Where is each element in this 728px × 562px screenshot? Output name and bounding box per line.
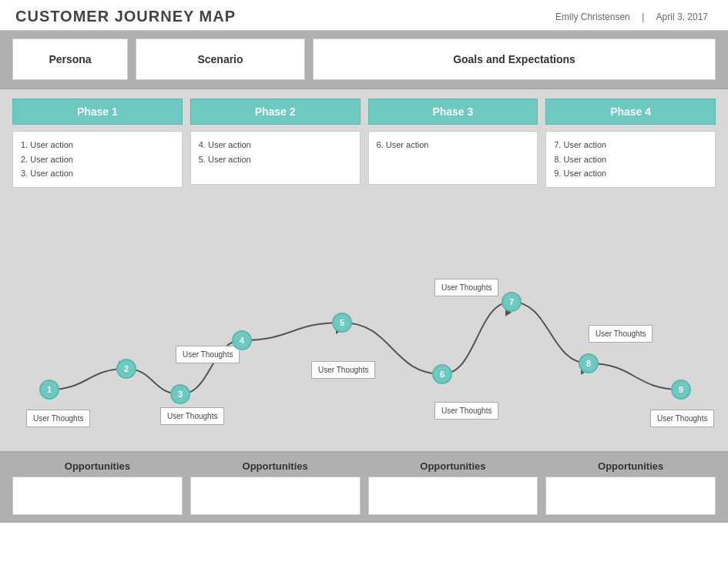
thought-bubble-7: User Thoughts	[589, 325, 653, 343]
phase-col-2: Phase 24. User action5. User action	[190, 99, 361, 188]
journey-section: Phase 11. User action2. User action3. Us…	[0, 89, 728, 451]
action-item: 1. User action	[21, 138, 174, 152]
phase-col-1: Phase 11. User action2. User action3. Us…	[12, 99, 183, 188]
journey-node-7: 7	[502, 292, 522, 312]
opportunity-label-2: Opportunities	[243, 460, 308, 472]
journey-node-3: 3	[170, 384, 190, 404]
journey-node-4: 4	[232, 330, 252, 350]
phase-col-4: Phase 47. User action8. User action9. Us…	[545, 99, 716, 188]
thought-bubble-5: User Thoughts	[434, 279, 498, 296]
journey-node-9: 9	[671, 380, 691, 400]
opportunity-col-2: Opportunities	[190, 460, 361, 515]
action-item: 8. User action	[554, 152, 707, 167]
opportunity-box-2	[190, 477, 361, 515]
phase-header-4: Phase 4	[545, 99, 716, 125]
opportunity-label-4: Opportunities	[598, 460, 663, 472]
action-item: 4. User action	[199, 138, 352, 152]
phases-row: Phase 11. User action2. User action3. Us…	[12, 99, 716, 188]
thought-bubble-3: User Thoughts	[160, 407, 224, 425]
phase-header-1: Phase 1	[12, 99, 183, 125]
thought-bubble-2: User Thoughts	[176, 346, 240, 363]
thought-bubble-4: User Thoughts	[311, 361, 375, 379]
phase-actions-2: 4. User action5. User action	[190, 131, 361, 185]
opportunity-label-3: Opportunities	[420, 460, 485, 472]
goals-label: Goals and Expectations	[453, 53, 575, 65]
header: CUSTOMER JOURNEY MAP Emily Christensen |…	[0, 0, 728, 31]
action-item: 7. User action	[554, 138, 707, 152]
action-item: 3. User action	[21, 166, 174, 181]
phase-actions-1: 1. User action2. User action3. User acti…	[12, 131, 183, 188]
top-section: Persona Scenario Goals and Expectations	[0, 31, 728, 89]
opportunity-box-4	[545, 477, 716, 515]
persona-card: Persona	[12, 38, 128, 80]
action-item: 2. User action	[21, 152, 174, 167]
date-label: April 3, 2017	[656, 12, 708, 22]
opportunity-col-3: Opportunities	[368, 460, 538, 515]
goals-card: Goals and Expectations	[313, 38, 716, 80]
persona-label: Persona	[49, 53, 91, 65]
author-name: Emily Christensen	[555, 12, 630, 22]
journey-node-2: 2	[116, 359, 136, 379]
journey-node-1: 1	[39, 380, 59, 400]
journey-path-svg	[12, 196, 716, 442]
opportunity-label-1: Opportunities	[65, 460, 130, 472]
bottom-section: OpportunitiesOpportunitiesOpportunitiesO…	[0, 451, 728, 523]
opportunity-box-3	[368, 477, 538, 515]
scenario-card: Scenario	[136, 38, 305, 80]
journey-graph: User ThoughtsUser ThoughtsUser ThoughtsU…	[12, 196, 716, 442]
journey-node-8: 8	[579, 353, 599, 373]
journey-node-5: 5	[332, 313, 352, 333]
phase-actions-4: 7. User action8. User action9. User acti…	[545, 131, 716, 188]
header-meta: Emily Christensen | April 3, 2017	[551, 12, 713, 22]
thought-bubble-1: User Thoughts	[26, 410, 90, 427]
thought-bubble-8: User Thoughts	[650, 410, 714, 427]
action-item: 5. User action	[199, 152, 352, 167]
action-item: 6. User action	[377, 138, 530, 152]
phase-header-2: Phase 2	[190, 99, 361, 125]
phase-header-3: Phase 3	[368, 99, 538, 125]
opportunity-box-1	[12, 477, 183, 515]
scenario-label: Scenario	[197, 53, 243, 65]
thought-bubble-6: User Thoughts	[434, 402, 498, 420]
opportunity-col-4: Opportunities	[545, 460, 716, 515]
phase-actions-3: 6. User action	[368, 131, 538, 185]
journey-node-6: 6	[432, 364, 452, 384]
phase-col-3: Phase 36. User action	[368, 99, 538, 188]
opportunity-col-1: Opportunities	[12, 460, 183, 515]
meta-separator: |	[642, 12, 644, 22]
journey-line	[49, 302, 681, 394]
action-item: 9. User action	[554, 166, 707, 181]
page-title: CUSTOMER JOURNEY MAP	[15, 8, 236, 25]
